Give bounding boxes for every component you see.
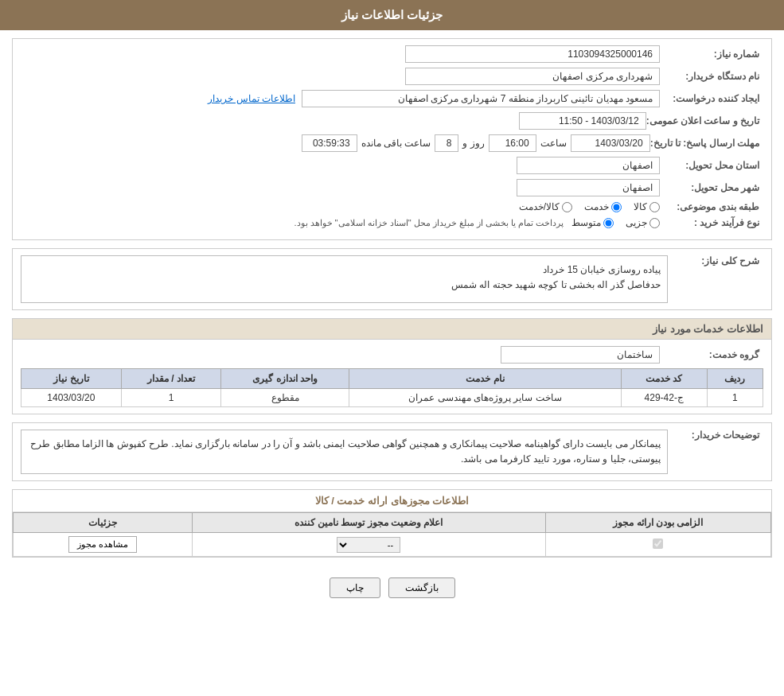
deadline-remaining-label: ساعت باقی مانده <box>361 138 431 149</box>
description-content: پیاده روسازی خیابان 15 خرداد حدفاصل گذر … <box>21 255 668 303</box>
process-radio-motavasset[interactable] <box>603 218 614 228</box>
service-cell-row: 1 <box>707 389 763 407</box>
category-label: طبقه بندی موضوعی: <box>660 201 763 212</box>
buyer-org-row: نام دستگاه خریدار: شهرداری مرکزی اصفهان <box>21 68 763 85</box>
buyer-desc-title: توضیحات خریدار: <box>668 430 763 441</box>
process-option-jozi: جزیی <box>626 217 660 228</box>
city-label: شهر محل تحویل: <box>660 182 763 193</box>
deadline-days: 8 <box>435 134 458 152</box>
creator-row: ایجاد کننده درخواست: مسعود مهدیان تائینی… <box>21 90 763 107</box>
deadline-time: 16:00 <box>489 134 536 152</box>
category-option-khedmat: خدمت <box>584 201 622 212</box>
city-value: اصفهان <box>517 179 660 196</box>
permit-row: -- مشاهده مجوز <box>14 533 771 557</box>
description-section: شرح کلی نیاز: پیاده روسازی خیابان 15 خرد… <box>12 248 772 310</box>
permit-status-cell: -- <box>192 533 545 557</box>
process-radio-group: جزیی متوسط <box>571 217 660 228</box>
buyer-desc-text: پیمانکار می بایست دارای گواهینامه صلاحیت… <box>21 430 668 474</box>
announce-row: تاریخ و ساعت اعلان عمومی: 1403/03/12 - 1… <box>21 112 763 130</box>
permits-table: الزامی بودن ارائه مجوز اعلام وضعیت مجوز … <box>13 512 771 557</box>
services-section-header: اطلاعات خدمات مورد نیاز <box>13 319 771 340</box>
announce-label: تاریخ و ساعت اعلان عمومی: <box>646 115 763 126</box>
print-button[interactable]: چاپ <box>330 577 380 598</box>
process-label-motavasset: متوسط <box>571 217 601 228</box>
col-unit: واحد اندازه گیری <box>221 369 349 389</box>
announce-value: 1403/03/12 - 11:50 <box>519 112 646 130</box>
category-row: طبقه بندی موضوعی: کالا خدمت کالا/خدمت <box>21 201 763 212</box>
deadline-time-label: ساعت <box>540 138 567 149</box>
category-radio-both[interactable] <box>562 202 572 212</box>
services-table: ردیف کد خدمت نام خدمت واحد اندازه گیری ت… <box>21 368 763 407</box>
process-label-jozi: جزیی <box>626 217 647 228</box>
description-line1: پیاده روسازی خیابان 15 خرداد <box>28 262 661 278</box>
category-option-kala: کالا <box>634 201 660 212</box>
services-table-head: ردیف کد خدمت نام خدمت واحد اندازه گیری ت… <box>21 369 763 389</box>
deadline-row: مهلت ارسال پاسخ: تا تاریخ: 1403/03/20 سا… <box>21 134 763 152</box>
need-number-value: 1103094325000146 <box>405 45 660 63</box>
permit-detail-cell: مشاهده مجوز <box>14 533 193 557</box>
process-radio-jozi[interactable] <box>649 218 660 228</box>
category-radio-group: کالا خدمت کالا/خدمت <box>519 201 660 212</box>
page-title: جزئیات اطلاعات نیاز <box>341 8 443 21</box>
process-note: پرداخت تمام یا بخشی از مبلغ خریداز محل "… <box>294 218 564 228</box>
buyer-desc-inner: توضیحات خریدار: پیمانکار می بایست دارای … <box>13 423 771 480</box>
category-label-khedmat: خدمت <box>584 201 609 212</box>
col-row-num: ردیف <box>707 369 763 389</box>
permit-col-status: اعلام وضعیت مجوز توسط نامین کننده <box>192 513 545 533</box>
buyer-org-label: نام دستگاه خریدار: <box>660 71 763 82</box>
permits-header-row: الزامی بودن ارائه مجوز اعلام وضعیت مجوز … <box>14 513 771 533</box>
province-label: استان محل تحویل: <box>660 160 763 171</box>
creator-link[interactable]: اطلاعات تماس خریدار <box>208 93 295 104</box>
service-group-value: ساختمان <box>501 346 660 364</box>
need-number-row: شماره نیاز: 1103094325000146 <box>21 45 763 63</box>
services-table-header-row: ردیف کد خدمت نام خدمت واحد اندازه گیری ت… <box>21 369 763 389</box>
permit-required-checkbox <box>653 539 663 549</box>
permit-required-cell <box>545 533 770 557</box>
province-row: استان محل تحویل: اصفهان <box>21 157 763 174</box>
services-section: اطلاعات خدمات مورد نیاز گروه خدمت: ساختم… <box>12 318 772 414</box>
process-row: نوع فرآیند خرید : جزیی متوسط پرداخت تمام… <box>21 217 763 228</box>
process-label: نوع فرآیند خرید : <box>660 217 763 228</box>
services-section-body: گروه خدمت: ساختمان ردیف کد خدمت نام خدمت… <box>13 340 771 414</box>
description-inner: شرح کلی نیاز: پیاده روسازی خیابان 15 خرد… <box>13 249 771 309</box>
need-number-label: شماره نیاز: <box>660 49 763 60</box>
col-service-name: نام خدمت <box>349 369 621 389</box>
category-radio-khedmat[interactable] <box>611 202 622 212</box>
services-table-body: 1 ج-42-429 ساخت سایر پروژه‌های مهندسی عم… <box>21 389 763 407</box>
service-cell-quantity: 1 <box>121 389 221 407</box>
action-buttons: بازگشت چاپ <box>12 566 772 610</box>
category-option-both: کالا/خدمت <box>519 201 572 212</box>
permit-status-select[interactable]: -- <box>337 537 400 553</box>
service-cell-date: 1403/03/20 <box>21 389 122 407</box>
service-group-row: گروه خدمت: ساختمان <box>21 346 763 364</box>
permits-section: اطلاعات مجوزهای ارائه خدمت / کالا الزامی… <box>12 489 772 558</box>
permits-section-title: اطلاعات مجوزهای ارائه خدمت / کالا <box>13 490 771 512</box>
col-service-code: کد خدمت <box>621 369 707 389</box>
category-radio-kala[interactable] <box>649 202 660 212</box>
creator-label: ایجاد کننده درخواست: <box>660 93 763 104</box>
col-quantity: تعداد / مقدار <box>121 369 221 389</box>
service-group-label: گروه خدمت: <box>660 349 763 360</box>
permits-table-body: -- مشاهده مجوز <box>14 533 771 557</box>
creator-value: مسعود مهدیان تائینی کاربرداز منطقه 7 شهر… <box>302 90 660 107</box>
description-section-title: شرح کلی نیاز: <box>668 255 763 266</box>
category-label-both: کالا/خدمت <box>519 201 560 212</box>
service-cell-code: ج-42-429 <box>621 389 707 407</box>
main-content: شماره نیاز: 1103094325000146 نام دستگاه … <box>0 30 784 618</box>
deadline-day-label: روز و <box>462 138 484 149</box>
service-row: 1 ج-42-429 ساخت سایر پروژه‌های مهندسی عم… <box>21 389 763 407</box>
back-button[interactable]: بازگشت <box>388 577 455 598</box>
permits-table-head: الزامی بودن ارائه مجوز اعلام وضعیت مجوز … <box>14 513 771 533</box>
buyer-desc-section: توضیحات خریدار: پیمانکار می بایست دارای … <box>12 422 772 481</box>
permit-col-required: الزامی بودن ارائه مجوز <box>545 513 770 533</box>
info-section: شماره نیاز: 1103094325000146 نام دستگاه … <box>12 38 772 240</box>
permit-col-detail: جزئیات <box>14 513 193 533</box>
view-permit-button[interactable]: مشاهده مجوز <box>68 536 137 553</box>
col-date: تاریخ نیاز <box>21 369 122 389</box>
buyer-org-value: شهرداری مرکزی اصفهان <box>405 68 660 85</box>
category-label-kala: کالا <box>634 201 647 212</box>
deadline-remaining: 03:59:33 <box>302 134 357 152</box>
process-option-motavasset: متوسط <box>571 217 614 228</box>
service-cell-name: ساخت سایر پروژه‌های مهندسی عمران <box>349 389 621 407</box>
page-wrapper: جزئیات اطلاعات نیاز شماره نیاز: 11030943… <box>0 0 784 696</box>
